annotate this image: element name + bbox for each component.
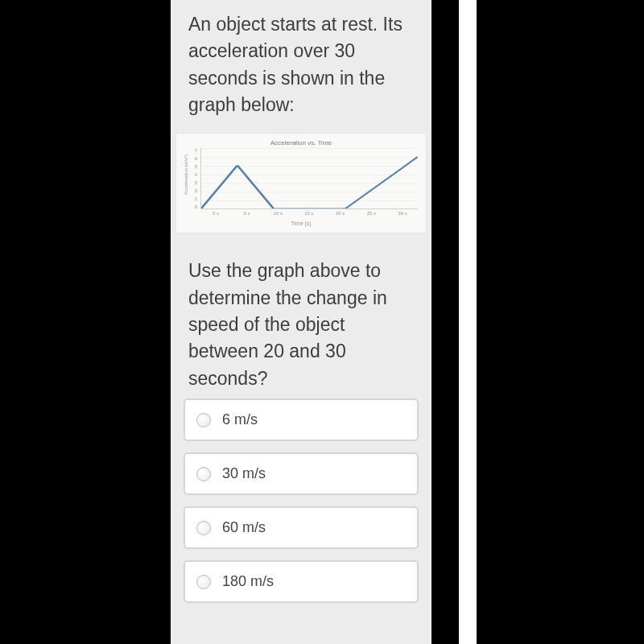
x-axis-label: Time (s) xyxy=(181,219,421,228)
x-tick: 25 s xyxy=(356,211,386,219)
option-label: 30 m/s xyxy=(222,465,266,482)
y-axis-label-wrap: Acceleration (m/s²) xyxy=(181,148,189,209)
y-tick: 7 xyxy=(189,148,197,153)
y-tick: 4 xyxy=(189,172,197,177)
x-tick: 0 s xyxy=(200,211,231,219)
option-d[interactable]: 180 m/s xyxy=(184,560,419,603)
x-ticks: 0 s 5 s 10 s 15 s 20 s 25 s 30 s xyxy=(200,211,418,219)
radio-icon xyxy=(196,467,211,481)
x-tick: 15 s xyxy=(294,211,324,219)
plot-area xyxy=(200,148,418,209)
option-label: 6 m/s xyxy=(222,411,258,428)
radio-icon xyxy=(196,521,211,535)
x-tick: 30 s xyxy=(387,211,418,219)
radio-icon xyxy=(196,575,211,589)
option-label: 180 m/s xyxy=(222,573,274,590)
y-tick: 3 xyxy=(189,180,197,185)
options-group: 6 m/s 30 m/s 60 m/s 180 m/s xyxy=(171,392,431,603)
option-a[interactable]: 6 m/s xyxy=(184,398,419,441)
question-intro-block: An object starts at rest. Its accelerati… xyxy=(171,0,431,118)
content-panel: An object starts at rest. Its accelerati… xyxy=(171,0,431,644)
radio-icon xyxy=(196,413,211,427)
right-margin-strip xyxy=(459,0,477,644)
y-tick: 6 xyxy=(189,156,197,161)
question-prompt-block: Use the graph above to determine the cha… xyxy=(171,238,431,392)
y-ticks: 7 6 5 4 3 2 1 0 xyxy=(189,148,197,209)
chart-body: Acceleration (m/s²) 7 6 5 4 3 2 1 0 xyxy=(181,148,421,219)
y-tick: 5 xyxy=(189,164,197,169)
chart-title: Acceleration vs. Time xyxy=(181,138,421,148)
chart-card: Acceleration vs. Time Acceleration (m/s²… xyxy=(175,133,427,233)
y-tick: 1 xyxy=(189,196,197,201)
option-c[interactable]: 60 m/s xyxy=(184,506,419,549)
y-axis-label: Acceleration (m/s²) xyxy=(184,151,188,199)
y-tick: 2 xyxy=(189,188,197,193)
question-intro-text: An object starts at rest. Its accelerati… xyxy=(188,11,414,118)
chart-svg xyxy=(201,148,418,208)
x-tick: 10 s xyxy=(262,211,293,219)
y-tick: 0 xyxy=(189,204,197,209)
option-label: 60 m/s xyxy=(222,519,266,536)
x-tick: 5 s xyxy=(232,211,262,219)
option-b[interactable]: 30 m/s xyxy=(184,452,419,495)
x-tick: 20 s xyxy=(325,211,356,219)
question-prompt-text: Use the graph above to determine the cha… xyxy=(188,258,414,392)
